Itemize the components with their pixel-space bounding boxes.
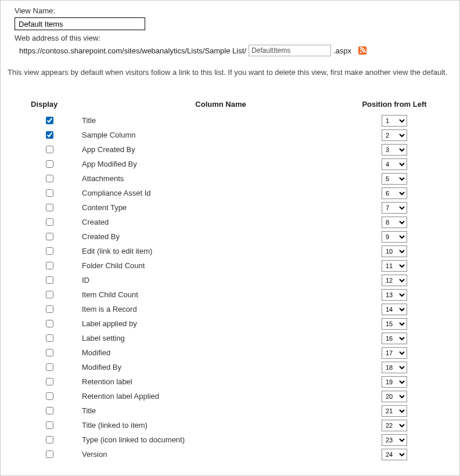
column-row: Retention label Applied12345678910111213… [31,389,429,403]
column-row: Created123456789101112131415161718192021… [31,215,429,229]
column-position-select[interactable]: 123456789101112131415161718192021222324 [382,362,407,373]
column-display-checkbox[interactable] [46,262,53,269]
column-display-checkbox[interactable] [46,175,53,182]
column-display-checkbox[interactable] [46,276,53,284]
column-name-label: Folder Child Count [82,261,360,270]
column-position-select[interactable]: 123456789101112131415161718192021222324 [382,347,407,359]
column-position-select[interactable]: 123456789101112131415161718192021222324 [382,333,407,344]
column-position-select[interactable]: 123456789101112131415161718192021222324 [382,187,407,199]
column-row: Content Type1234567891011121314151617181… [31,200,429,215]
column-row: Title12345678910111213141516171819202122… [31,403,429,418]
column-display-checkbox[interactable] [46,146,53,153]
column-name-label: Type (icon linked to document) [82,435,360,444]
column-display-checkbox[interactable] [46,349,53,356]
column-name-label: Content Type [82,203,360,212]
column-display-checkbox[interactable] [46,131,53,139]
web-address-url-suffix: .aspx [333,46,351,55]
column-row: Label setting123456789101112131415161718… [31,331,429,345]
column-position-select[interactable]: 123456789101112131415161718192021222324 [382,391,407,402]
column-position-select[interactable]: 123456789101112131415161718192021222324 [382,115,407,127]
column-name-label: ID [82,276,360,284]
column-name-label: Retention label Applied [82,392,360,401]
column-name-label: Created By [82,232,360,241]
column-row: Title (linked to item)123456789101112131… [31,418,429,432]
column-row: Item Child Count123456789101112131415161… [31,287,429,302]
column-name-label: Sample Column [82,131,360,139]
column-display-checkbox[interactable] [46,392,53,400]
column-row: Modified12345678910111213141516171819202… [31,345,429,360]
column-name-label: Edit (link to edit item) [82,247,360,255]
column-row: Attachments12345678910111213141516171819… [31,171,429,186]
column-display-checkbox[interactable] [46,407,53,414]
column-position-select[interactable]: 123456789101112131415161718192021222324 [382,231,407,243]
column-row: Retention label1234567891011121314151617… [31,374,429,389]
column-position-select[interactable]: 123456789101112131415161718192021222324 [382,318,407,330]
column-position-select[interactable]: 123456789101112131415161718192021222324 [382,376,407,388]
column-position-select[interactable]: 123456789101112131415161718192021222324 [382,173,407,185]
column-row: Modified By12345678910111213141516171819… [31,360,429,374]
column-position-select[interactable]: 123456789101112131415161718192021222324 [382,158,407,170]
column-name-label: Title [82,116,360,125]
column-name-label: Label applied by [82,319,360,328]
column-position-select[interactable]: 123456789101112131415161718192021222324 [382,289,407,301]
svg-point-1 [360,52,362,53]
column-name-label: Item Child Count [82,290,360,299]
column-display-checkbox[interactable] [46,189,53,197]
column-row: ID12345678910111213141516171819202122232… [31,273,429,287]
column-position-select[interactable]: 123456789101112131415161718192021222324 [382,405,407,417]
column-name-label: Item is a Record [82,305,360,313]
column-row: Sample Column123456789101112131415161718… [31,128,429,142]
header-column-name: Column Name [82,100,360,109]
column-row: Title12345678910111213141516171819202122… [31,113,429,128]
column-name-label: Label setting [82,334,360,342]
column-position-select[interactable]: 123456789101112131415161718192021222324 [382,129,407,141]
column-display-checkbox[interactable] [46,320,53,327]
column-position-select[interactable]: 123456789101112131415161718192021222324 [382,304,407,315]
column-name-label: Compliance Asset Id [82,189,360,197]
column-name-label: Title (linked to item) [82,421,360,430]
column-display-checkbox[interactable] [46,334,53,342]
column-position-select[interactable]: 123456789101112131415161718192021222324 [382,275,407,286]
column-name-label: Created [82,218,360,226]
column-display-checkbox[interactable] [46,117,53,124]
column-display-checkbox[interactable] [46,363,53,371]
column-display-checkbox[interactable] [46,204,53,211]
column-row: Compliance Asset Id123456789101112131415… [31,186,429,200]
column-display-checkbox[interactable] [46,233,53,240]
column-row: Folder Child Count1234567891011121314151… [31,258,429,273]
column-row: Item is a Record123456789101112131415161… [31,302,429,316]
column-position-select[interactable]: 123456789101112131415161718192021222324 [382,217,407,228]
web-address-url-prefix: https://contoso.sharepoint.com/sites/web… [19,46,246,55]
column-display-checkbox[interactable] [46,247,53,255]
column-position-select[interactable]: 123456789101112131415161718192021222324 [382,420,407,431]
column-row: Created By123456789101112131415161718192… [31,229,429,244]
column-position-select[interactable]: 123456789101112131415161718192021222324 [382,246,407,257]
column-name-label: Retention label [82,377,360,386]
header-position: Position from Left [360,100,429,109]
column-name-label: Modified By [82,363,360,372]
column-row: Version123456789101112131415161718192021… [31,447,429,461]
column-display-checkbox[interactable] [46,218,53,226]
rss-icon[interactable] [358,46,366,55]
column-display-checkbox[interactable] [46,450,53,458]
column-display-checkbox[interactable] [46,305,53,313]
web-address-label: Web address of this view: [15,34,452,42]
column-name-label: Attachments [82,174,360,183]
column-display-checkbox[interactable] [46,436,53,443]
column-name-label: App Created By [82,145,360,154]
column-position-select[interactable]: 123456789101112131415161718192021222324 [382,434,407,446]
column-position-select[interactable]: 123456789101112131415161718192021222324 [382,260,407,272]
column-name-label: Modified [82,348,360,357]
column-position-select[interactable]: 123456789101112131415161718192021222324 [382,449,407,460]
column-name-label: Version [82,450,360,459]
column-display-checkbox[interactable] [46,378,53,385]
column-position-select[interactable]: 123456789101112131415161718192021222324 [382,202,407,214]
column-name-label: Title [82,406,360,415]
column-position-select[interactable]: 123456789101112131415161718192021222324 [382,144,407,156]
column-row: Type (icon linked to document)1234567891… [31,432,429,447]
view-name-input[interactable] [15,17,145,30]
column-display-checkbox[interactable] [46,421,53,429]
column-display-checkbox[interactable] [46,160,53,168]
web-address-slug-input[interactable] [249,45,331,56]
column-display-checkbox[interactable] [46,291,53,298]
